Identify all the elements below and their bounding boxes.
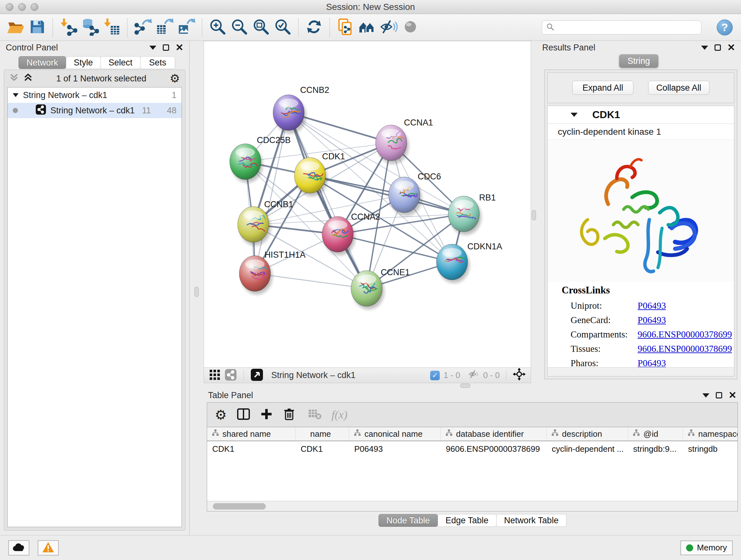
expand-all-button[interactable]: Expand All	[572, 81, 633, 95]
network-node-CCNA2[interactable]	[322, 216, 355, 255]
close-panel-icon[interactable]: ✕	[727, 43, 735, 52]
table-cell[interactable]: cyclin-dependent ...	[547, 444, 628, 454]
tab-network[interactable]: Network	[18, 56, 66, 69]
tab-style[interactable]: Style	[66, 56, 101, 69]
float-panel-icon[interactable]	[716, 392, 722, 398]
collapse-all-networks-icon[interactable]	[9, 73, 19, 84]
entry-scrollbar-track[interactable]	[548, 367, 734, 376]
column-header-database-identifier[interactable]: database identifier	[441, 427, 547, 441]
network-node-RB1[interactable]	[448, 196, 482, 235]
column-header--id[interactable]: @id	[628, 427, 683, 441]
network-node-CCNA1[interactable]	[376, 125, 409, 164]
maximize-window-button[interactable]	[30, 3, 38, 11]
float-panel-icon[interactable]	[715, 44, 721, 51]
selected-checkbox-icon[interactable]: ✓	[430, 371, 440, 380]
tab-string[interactable]: String	[619, 54, 658, 68]
table-cell[interactable]: CDK1	[207, 444, 295, 454]
network-node-CDKN1A[interactable]	[436, 244, 470, 283]
tab-sets[interactable]: Sets	[140, 56, 175, 69]
import-network-file-button[interactable]	[58, 17, 78, 38]
splitter-knob[interactable]	[532, 210, 536, 220]
panel-menu-icon[interactable]	[149, 46, 156, 50]
network-graph[interactable]: CCNB2CCNA1CDC25BCDK1CDC6RB1CCNB1CCNA2CDK…	[204, 41, 531, 368]
crosslink-link[interactable]: P06493	[637, 358, 666, 367]
show-hidden-button[interactable]	[400, 17, 421, 38]
right-splitter[interactable]	[531, 41, 536, 383]
network-node-CDK1[interactable]	[294, 158, 327, 196]
splitter-knob[interactable]	[460, 384, 470, 388]
memory-button[interactable]: Memory	[680, 541, 733, 555]
export-image-button[interactable]	[176, 17, 197, 38]
column-header-name[interactable]: name	[295, 427, 349, 441]
collapse-all-button[interactable]: Collapse All	[648, 81, 710, 95]
export-network-button[interactable]	[133, 17, 153, 38]
open-session-button[interactable]	[5, 17, 25, 38]
zoom-selected-button[interactable]	[273, 17, 293, 38]
table-settings-gear-icon[interactable]: ⚙	[215, 407, 227, 423]
tab-edge-table[interactable]: Edge Table	[437, 514, 496, 527]
network-node-CCNE1[interactable]	[351, 271, 384, 310]
tab-node-table[interactable]: Node Table	[379, 514, 438, 527]
detach-view-icon[interactable]	[251, 369, 263, 382]
table-cell[interactable]: stringdb:9...	[628, 444, 683, 454]
expand-all-networks-icon[interactable]	[23, 73, 33, 84]
grid-view-icon[interactable]	[209, 369, 220, 382]
crosslink-link[interactable]: P06493	[637, 300, 666, 311]
tab-select[interactable]: Select	[100, 56, 140, 69]
network-node-CDC6[interactable]	[389, 177, 422, 216]
search-input[interactable]	[557, 22, 697, 32]
table-cell[interactable]: 9606.ENSP00000378699	[441, 444, 547, 454]
crosslink-link[interactable]: 9606.ENSP00000378699	[637, 329, 732, 340]
save-session-button[interactable]	[27, 17, 47, 38]
export-table-button[interactable]	[154, 17, 175, 38]
float-panel-icon[interactable]	[163, 44, 169, 51]
close-window-button[interactable]	[6, 3, 13, 11]
network-node-CDC25B[interactable]	[230, 144, 263, 183]
refresh-view-button[interactable]	[304, 17, 324, 38]
import-network-database-button[interactable]	[80, 17, 100, 38]
close-panel-icon[interactable]: ✕	[729, 390, 737, 400]
column-header-shared-name[interactable]: shared name	[207, 427, 295, 441]
table-cell[interactable]: P06493	[349, 444, 441, 454]
table-row[interactable]: CDK1CDK1P064939606.ENSP00000378699cyclin…	[207, 441, 738, 456]
cloud-status-button[interactable]	[8, 540, 29, 556]
close-panel-icon[interactable]: ✕	[176, 43, 184, 52]
delete-trash-icon[interactable]	[282, 408, 296, 422]
show-columns-icon[interactable]	[237, 407, 251, 422]
crosslink-link[interactable]: 9606.ENSP00000378699	[637, 344, 732, 354]
column-header-namespace[interactable]: namespace	[683, 427, 738, 441]
column-header-description[interactable]: description	[547, 427, 628, 441]
network-node-HIST1H1A[interactable]	[239, 256, 273, 295]
search-box[interactable]	[542, 20, 701, 35]
tab-network-table[interactable]: Network Table	[496, 514, 567, 527]
pan-crosshair-icon[interactable]	[513, 368, 526, 383]
help-button[interactable]: ?	[717, 19, 733, 36]
hide-selected-button[interactable]	[379, 17, 399, 38]
entry-expander-icon[interactable]	[570, 113, 578, 117]
zoom-in-button[interactable]	[207, 17, 228, 38]
crosslink-link[interactable]: P06493	[637, 315, 666, 325]
network-collection-row[interactable]: String Network – cdk1 1	[8, 87, 182, 103]
add-column-icon[interactable]	[260, 408, 273, 422]
gear-icon[interactable]: ⚙	[170, 72, 180, 85]
left-splitter[interactable]	[190, 41, 204, 383]
warnings-button[interactable]	[38, 540, 59, 556]
horizontal-splitter[interactable]	[190, 383, 741, 388]
table-cell[interactable]: CDK1	[295, 444, 349, 454]
network-row[interactable]: String Network – cdk1 11 48	[8, 103, 182, 118]
network-canvas[interactable]: CCNB2CCNA1CDC25BCDK1CDC6RB1CCNB1CCNA2CDK…	[204, 41, 531, 368]
zoom-out-button[interactable]	[229, 17, 250, 38]
tree-expander-icon[interactable]	[13, 93, 18, 97]
network-share-icon[interactable]	[225, 369, 237, 382]
column-header-canonical-name[interactable]: canonical name	[349, 427, 441, 441]
table-hscrollbar[interactable]	[207, 501, 738, 511]
string-documents-button[interactable]	[335, 17, 355, 38]
minimize-window-button[interactable]	[18, 3, 26, 11]
table-cell[interactable]: stringdb	[683, 444, 738, 454]
import-table-file-button[interactable]	[102, 17, 122, 38]
network-edge-CCNB2-CCNE1[interactable]	[288, 113, 367, 289]
panel-menu-icon[interactable]	[701, 46, 708, 50]
splitter-knob[interactable]	[195, 287, 199, 297]
panel-menu-icon[interactable]	[702, 393, 710, 397]
zoom-fit-button[interactable]	[251, 17, 271, 38]
